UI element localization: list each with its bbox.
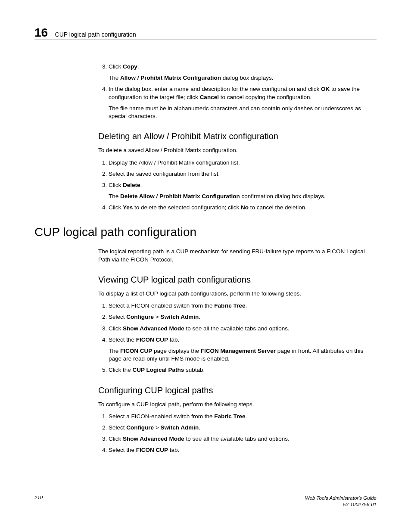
del-step-2: Select the saved configuration from the … (109, 170, 377, 178)
guide-title: Web Tools Administrator's Guide (305, 495, 377, 501)
bold-text: FICON CUP (136, 336, 168, 343)
view-step-4-sub: The FICON CUP page displays the FICON Ma… (109, 347, 377, 363)
bold-text: FICON CUP (120, 348, 152, 354)
heading-cup-logical-path: CUP logical path configuration (34, 224, 377, 240)
bold-text: Cancel (200, 94, 219, 100)
text: Select the (109, 336, 136, 343)
text: page displays the (152, 348, 201, 354)
conf-step-4: Select the FICON CUP tab. (109, 446, 377, 454)
bold-text: Copy (123, 63, 137, 70)
bold-text: Show Advanced Mode (123, 325, 184, 332)
text: . (199, 314, 200, 320)
page-footer: 210 Web Tools Administrator's Guide 53-1… (34, 495, 377, 508)
page-number: 210 (34, 495, 43, 500)
del-step-3-sub: The Delete Allow / Prohibit Matrix Confi… (109, 193, 377, 200)
bold-text: Allow / Prohibit Matrix Configuration (120, 75, 221, 81)
page-header: 16 CUP logical path configuration (34, 26, 377, 40)
text: dialog box displays. (221, 75, 274, 81)
text: Click (109, 325, 123, 332)
text: to cancel copying the configuration. (219, 94, 311, 100)
bold-text: Switch Admin (160, 424, 199, 431)
copy-steps-continued: Click Copy. The Allow / Prohibit Matrix … (98, 63, 377, 120)
doc-number: 53-1002756-01 (305, 501, 377, 508)
text: to cancel the deletion. (249, 204, 307, 211)
text: > (154, 314, 160, 320)
text: In the dialog box, enter a name and desc… (109, 86, 321, 92)
view-step-4: Select the FICON CUP tab. The FICON CUP … (109, 336, 377, 363)
step-3-sub: The Allow / Prohibit Matrix Configuratio… (109, 74, 377, 82)
bold-text: Delete Allow / Prohibit Matrix Configura… (120, 193, 240, 199)
bold-text: Delete (123, 182, 140, 188)
bold-text: Switch Admin (160, 314, 199, 320)
document-page: 16 CUP logical path configuration Click … (0, 0, 411, 532)
conf-step-1: Select a FICON-enabled switch from the F… (109, 413, 377, 420)
bold-text: OK (321, 86, 330, 92)
text: tab. (168, 447, 179, 453)
text: Click (109, 63, 123, 70)
bold-text: CUP Logical Paths (133, 367, 184, 373)
bold-text: Configure (126, 424, 154, 431)
del-step-3: Click Delete. The Delete Allow / Prohibi… (109, 181, 377, 200)
heading-configuring: Configuring CUP logical paths (98, 385, 377, 396)
bold-text: Yes (123, 204, 133, 211)
text: . (245, 413, 247, 420)
bold-text: Configure (126, 314, 154, 320)
header-title: CUP logical path configuration (55, 31, 136, 38)
bold-text: FICON CUP (136, 447, 168, 453)
text: to delete the selected configuration; cl… (133, 204, 241, 211)
deleting-intro: To delete a saved Allow / Prohibit Matri… (98, 146, 377, 154)
bold-text: Fabric Tree (214, 413, 245, 420)
configuring-intro: To configure a CUP logical path, perform… (98, 401, 377, 408)
text: Click the (109, 367, 133, 373)
bold-text: Show Advanced Mode (123, 436, 184, 442)
text: to see all the available tabs and option… (184, 325, 290, 332)
text: tab. (168, 336, 179, 343)
step-4: In the dialog box, enter a name and desc… (109, 85, 377, 120)
view-step-1: Select a FICON-enabled switch from the F… (109, 302, 377, 310)
footer-guide: Web Tools Administrator's Guide 53-10027… (305, 495, 377, 508)
text: Select a FICON-enabled switch from the (109, 413, 214, 420)
text: to see all the available tabs and option… (184, 436, 290, 442)
view-step-3: Click Show Advanced Mode to see all the … (109, 325, 377, 333)
page-content: Click Copy. The Allow / Prohibit Matrix … (98, 60, 377, 459)
cup-intro: The logical reporting path is a CUP mech… (98, 248, 377, 263)
text: subtab. (184, 367, 205, 373)
del-step-1: Display the Allow / Prohibit Matrix conf… (109, 159, 377, 167)
text: The (109, 348, 120, 354)
heading-viewing: Viewing CUP logical path configurations (98, 274, 377, 286)
bold-text: Fabric Tree (214, 302, 245, 309)
text: The (109, 193, 120, 199)
step-3: Click Copy. The Allow / Prohibit Matrix … (109, 63, 377, 82)
text: . (245, 302, 247, 309)
view-step-5: Click the CUP Logical Paths subtab. (109, 366, 377, 374)
text: Select (109, 424, 126, 431)
text: . (140, 182, 142, 188)
text: > (154, 424, 160, 431)
header-rule (34, 40, 377, 40)
conf-step-2: Select Configure > Switch Admin. (109, 424, 377, 432)
text: . (199, 424, 200, 431)
text: Click (109, 182, 123, 188)
viewing-intro: To display a list of CUP logical path co… (98, 290, 377, 298)
conf-step-3: Click Show Advanced Mode to see all the … (109, 435, 377, 443)
text: Select (109, 314, 126, 320)
view-step-2: Select Configure > Switch Admin. (109, 313, 377, 321)
text: . (137, 63, 139, 70)
text: Click (109, 436, 123, 442)
deleting-steps: Display the Allow / Prohibit Matrix conf… (98, 159, 377, 212)
heading-deleting: Deleting an Allow / Prohibit Matrix conf… (98, 131, 377, 142)
text: confirmation dialog box displays. (240, 193, 326, 199)
text: Click (109, 204, 123, 211)
chapter-number: 16 (34, 26, 48, 40)
text: Select the (109, 447, 136, 453)
viewing-steps: Select a FICON-enabled switch from the F… (98, 302, 377, 374)
step-4-sub: The file name must be in alphanumeric ch… (109, 105, 377, 120)
configuring-steps: Select a FICON-enabled switch from the F… (98, 413, 377, 454)
text: Select a FICON-enabled switch from the (109, 302, 214, 309)
bold-text: FICON Management Server (201, 348, 276, 354)
text: The (109, 75, 120, 81)
del-step-4: Click Yes to delete the selected configu… (109, 204, 377, 212)
bold-text: No (241, 204, 249, 211)
